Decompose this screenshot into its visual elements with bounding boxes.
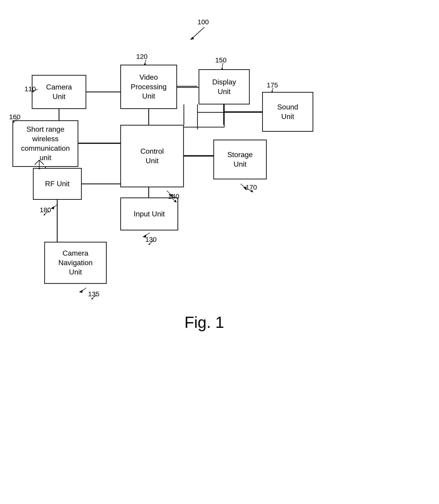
diagram-container: 100	[0, 0, 439, 504]
ref-130-label: 130	[145, 236, 157, 243]
svg-marker-17	[51, 206, 54, 209]
svg-marker-21	[79, 290, 83, 293]
antenna-icon	[34, 159, 45, 169]
ref-135-label: 135	[88, 290, 99, 298]
ref-175-label: 175	[267, 81, 278, 89]
input-unit-label: Input Unit	[134, 209, 165, 219]
sound-unit-label: SoundUnit	[277, 102, 298, 121]
display-unit-label: DisplayUnit	[212, 77, 236, 96]
ref-110-label: 110	[24, 85, 36, 93]
short-range-label: Short rangewirelesscommunicationunit	[21, 125, 70, 162]
sound-unit-box: SoundUnit	[262, 92, 313, 132]
ref-170-label: 170	[246, 184, 257, 191]
camera-nav-box: CameraNavigationUnit	[44, 242, 107, 284]
short-range-box: Short rangewirelesscommunicationunit	[12, 120, 78, 167]
ref-100: 100	[197, 18, 209, 26]
svg-line-20	[81, 288, 86, 291]
ref-120-label: 120	[136, 53, 147, 60]
rf-unit-box: RF Unit	[33, 168, 82, 200]
svg-line-14	[241, 184, 246, 188]
video-processing-label: VideoProcessingUnit	[131, 73, 167, 101]
svg-marker-39	[38, 168, 41, 169]
ref-150-label: 150	[215, 56, 227, 64]
rf-unit-label: RF Unit	[45, 179, 70, 189]
camera-nav-label: CameraNavigationUnit	[58, 249, 93, 277]
svg-line-16	[53, 204, 58, 208]
storage-unit-label: StorageUnit	[227, 150, 253, 169]
control-unit-label: ControlUnit	[140, 147, 164, 165]
svg-line-0	[191, 27, 204, 40]
input-unit-box: Input Unit	[120, 197, 178, 230]
display-unit-box: DisplayUnit	[199, 69, 250, 104]
svg-marker-1	[190, 37, 194, 40]
svg-line-37	[35, 160, 39, 165]
ref-140-label: 140	[168, 193, 179, 200]
fig-label: Fig. 1	[170, 313, 238, 332]
svg-line-38	[39, 160, 44, 165]
camera-unit-box: CameraUnit	[32, 75, 86, 109]
video-processing-box: VideoProcessingUnit	[120, 65, 177, 109]
control-unit-box: ControlUnit	[120, 125, 184, 187]
camera-unit-label: CameraUnit	[46, 82, 72, 101]
storage-unit-box: StorageUnit	[213, 140, 267, 179]
svg-line-42	[144, 60, 146, 65]
ref-180-label: 180	[40, 206, 51, 214]
ref-160-label: 160	[9, 113, 20, 121]
